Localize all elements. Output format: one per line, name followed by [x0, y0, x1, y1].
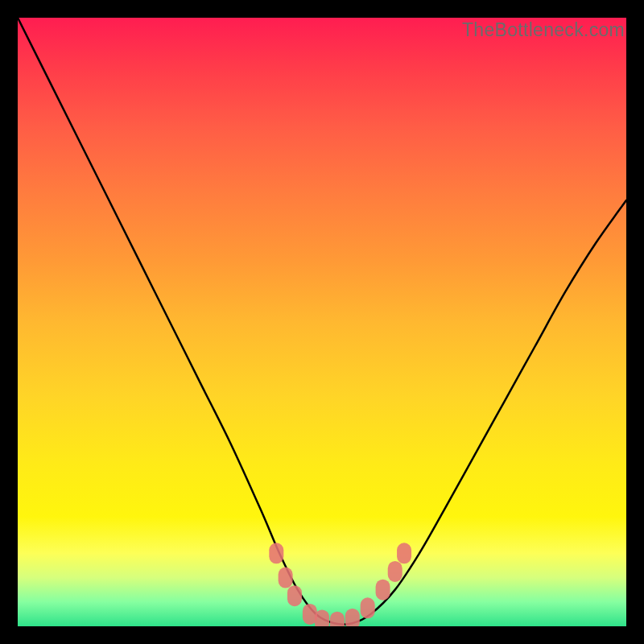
frame-border-right — [626, 0, 644, 644]
chart-frame: TheBottleneck.com — [0, 0, 644, 644]
plot-background — [18, 18, 626, 626]
frame-border-left — [0, 0, 18, 644]
watermark-text: TheBottleneck.com — [462, 19, 625, 41]
frame-border-bottom — [0, 626, 644, 644]
frame-border-top — [0, 0, 644, 18]
